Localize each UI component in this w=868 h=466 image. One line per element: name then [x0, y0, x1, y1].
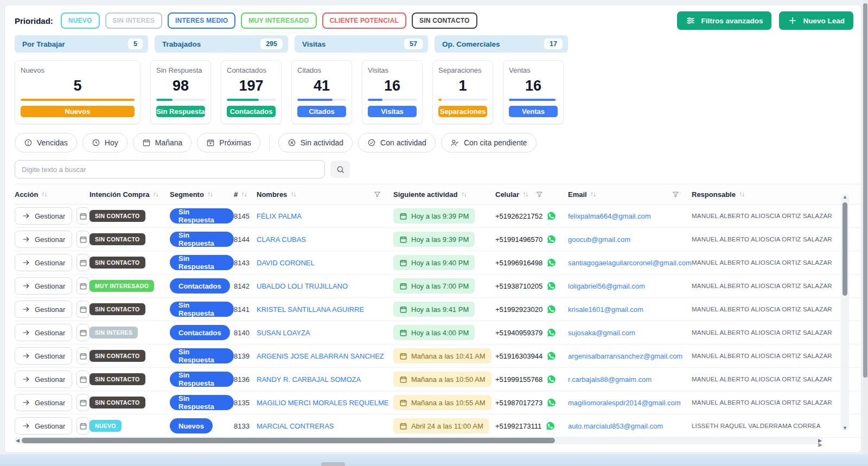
- email-link[interactable]: goocub@gmail.com: [568, 235, 630, 244]
- table-vertical-scrollbar[interactable]: ▲ ▼: [841, 194, 849, 431]
- chip-hoy[interactable]: Hoy: [82, 133, 127, 152]
- whatsapp-icon[interactable]: [546, 281, 556, 291]
- email-link[interactable]: argenisalbarransanchez@gmail.com: [568, 352, 682, 360]
- advanced-filters-button[interactable]: Filtros avanzados: [677, 11, 771, 30]
- priority-badge-sin-interes[interactable]: SIN INTERES: [105, 12, 163, 29]
- column-header-email[interactable]: Email↑↓: [568, 190, 692, 199]
- search-input[interactable]: [15, 160, 325, 178]
- chip-con-actividad[interactable]: Con actividad: [358, 133, 436, 152]
- whatsapp-icon[interactable]: [546, 258, 556, 267]
- schedule-button[interactable]: [76, 254, 90, 271]
- whatsapp-icon[interactable]: [546, 398, 556, 407]
- email-link[interactable]: sujosaka@gmail.com: [568, 329, 635, 337]
- lead-name-link[interactable]: FÉLIX PALMA: [257, 212, 302, 220]
- tab-visitas[interactable]: Visitas57: [295, 35, 428, 53]
- card-button-sin-respuesta[interactable]: Sin Respuesta: [156, 106, 205, 117]
- column-header-responsable[interactable]: Responsable↑↓: [692, 190, 834, 199]
- vertical-scroll-thumb[interactable]: [843, 202, 847, 296]
- column-header-siguiente-actividad[interactable]: Siguiente actividad↑↓: [393, 190, 495, 199]
- sort-icon[interactable]: ↑↓: [241, 190, 246, 198]
- filter-icon[interactable]: [535, 190, 544, 199]
- whatsapp-icon[interactable]: [546, 211, 556, 221]
- email-link[interactable]: loligabriel56@gmail.com: [568, 282, 645, 290]
- lead-name-link[interactable]: DAVID CORONEL: [257, 259, 315, 267]
- whatsapp-icon[interactable]: [546, 304, 556, 314]
- email-link[interactable]: r.carbajals88@gmaim.com: [568, 375, 652, 384]
- tab-trabajados[interactable]: Trabajados295: [155, 35, 288, 53]
- sort-icon[interactable]: ↑↓: [153, 190, 158, 198]
- email-link[interactable]: magiliomoralespdr2014@gmail.com: [568, 399, 681, 407]
- column-header-nombres[interactable]: Nombres↑↓: [257, 190, 393, 199]
- chip-mañana[interactable]: Mañana: [133, 133, 192, 152]
- schedule-button[interactable]: [76, 277, 90, 295]
- schedule-button[interactable]: [76, 371, 90, 388]
- lead-name-link[interactable]: RANDY R. CARBAJAL SOMOZA: [257, 375, 361, 384]
- scroll-left-arrow[interactable]: ◀: [16, 437, 20, 444]
- card-button-ventas[interactable]: Ventas: [509, 106, 558, 117]
- schedule-button[interactable]: [76, 301, 90, 318]
- chip-con-cita-pendiente[interactable]: Con cita pendiente: [441, 133, 537, 152]
- lead-name-link[interactable]: ARGENIS JOSE ALBARRAN SANCHEZ: [257, 352, 384, 360]
- whatsapp-icon[interactable]: [546, 234, 556, 244]
- manage-button[interactable]: Gestionar: [15, 394, 72, 411]
- sort-icon[interactable]: ↑↓: [590, 190, 596, 198]
- search-button[interactable]: [330, 161, 350, 178]
- whatsapp-icon[interactable]: [545, 421, 555, 431]
- manage-button[interactable]: Gestionar: [15, 417, 72, 435]
- email-link[interactable]: auto.marcialul853@gmail.com: [568, 422, 663, 430]
- manage-button[interactable]: Gestionar: [15, 207, 72, 225]
- schedule-button[interactable]: [76, 207, 90, 225]
- new-lead-button[interactable]: Nuevo Lead: [779, 11, 853, 30]
- column-header-numero[interactable]: #↑↓: [234, 190, 257, 199]
- email-link[interactable]: santiagogaelaguilarcoronel@gmail.com: [568, 259, 692, 267]
- email-link[interactable]: krisale1601@gmail.com: [568, 305, 643, 314]
- manage-button[interactable]: Gestionar: [15, 254, 72, 271]
- priority-badge-sin-contacto[interactable]: SIN CONTACTO: [412, 12, 477, 29]
- card-button-contactados[interactable]: Contactados: [227, 106, 276, 117]
- sort-icon[interactable]: ↑↓: [41, 190, 47, 198]
- lead-name-link[interactable]: MAGILIO MERCI MORALES REQUELME: [257, 399, 388, 407]
- chip-vencidas[interactable]: Vencidas: [15, 133, 77, 152]
- horizontal-scroll-thumb[interactable]: [22, 438, 555, 443]
- manage-button[interactable]: Gestionar: [15, 277, 72, 295]
- manage-button[interactable]: Gestionar: [15, 324, 72, 341]
- priority-badge-nuevo[interactable]: NUEVO: [61, 12, 100, 29]
- sort-icon[interactable]: ↑↓: [739, 190, 744, 198]
- lead-name-link[interactable]: KRISTEL SANTILLANA AGUIRRE: [257, 305, 364, 314]
- chip-próximas[interactable]: Próximas: [197, 133, 260, 152]
- horizontal-scrollbar[interactable]: ◀ ▶: [15, 437, 823, 444]
- lead-name-link[interactable]: MARCIAL CONTRERAS: [257, 422, 334, 430]
- card-button-separaciones[interactable]: Separaciones: [438, 106, 487, 117]
- lead-name-link[interactable]: SUSAN LOAYZA: [257, 329, 310, 337]
- email-link[interactable]: felixpalma664@gmail.com: [568, 212, 651, 220]
- card-button-visitas[interactable]: Visitas: [368, 106, 417, 117]
- page-scroll-thumb[interactable]: [863, 3, 867, 378]
- page-scroll-right-arrow[interactable]: ▶: [818, 442, 822, 448]
- whatsapp-icon[interactable]: [546, 328, 556, 337]
- scroll-down-arrow[interactable]: ▼: [841, 425, 849, 431]
- sort-icon[interactable]: ↑↓: [290, 190, 296, 198]
- card-button-citados[interactable]: Citados: [297, 106, 346, 117]
- sort-icon[interactable]: ↑↓: [207, 190, 213, 198]
- scroll-up-arrow[interactable]: ▲: [841, 194, 849, 200]
- filter-icon[interactable]: [672, 190, 680, 199]
- sort-icon[interactable]: ↑↓: [461, 190, 466, 198]
- manage-button[interactable]: Gestionar: [15, 371, 72, 388]
- manage-button[interactable]: Gestionar: [15, 231, 72, 248]
- manage-button[interactable]: Gestionar: [15, 347, 72, 365]
- column-header-celular[interactable]: Celular↑↓: [495, 190, 568, 199]
- filter-icon[interactable]: [373, 190, 381, 199]
- schedule-button[interactable]: [76, 394, 90, 411]
- chip-sin-actividad[interactable]: Sin actividad: [278, 133, 353, 152]
- lead-name-link[interactable]: CLARA CUBAS: [257, 235, 306, 244]
- manage-button[interactable]: Gestionar: [15, 301, 72, 318]
- priority-badge-interes-medio[interactable]: INTERES MEDIO: [168, 12, 235, 29]
- lead-name-link[interactable]: UBALDO LOLI TRUJILLANO: [257, 282, 348, 290]
- column-header-intencion[interactable]: Intención Compra↑↓: [90, 190, 170, 199]
- card-button-nuevos[interactable]: Nuevos: [21, 106, 135, 117]
- tab-por-trabajar[interactable]: Por Trabajar5: [15, 35, 148, 53]
- column-header-accion[interactable]: Acción↑↓: [15, 190, 90, 199]
- schedule-button[interactable]: [76, 417, 90, 435]
- priority-badge-cliente-potencial[interactable]: CLIENTE POTENCIAL: [322, 12, 406, 29]
- column-header-segmento[interactable]: Segmento↑↓: [170, 190, 234, 199]
